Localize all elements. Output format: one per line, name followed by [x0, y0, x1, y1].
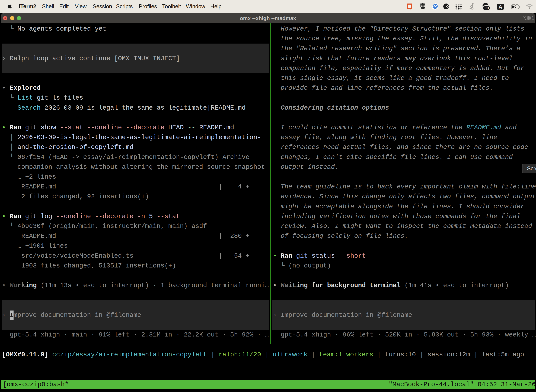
svg-text:..61: ..61: [484, 6, 489, 10]
